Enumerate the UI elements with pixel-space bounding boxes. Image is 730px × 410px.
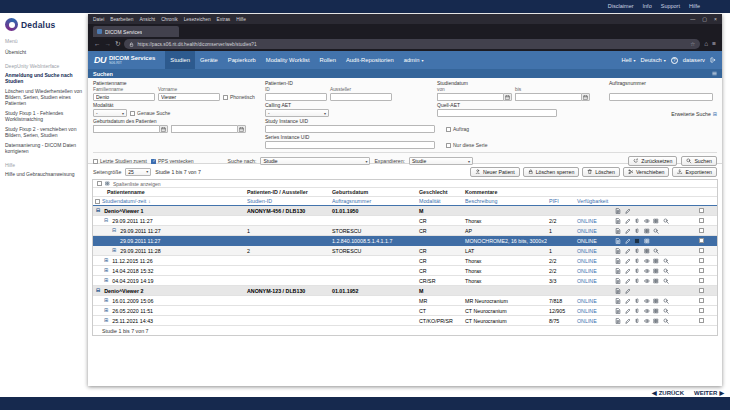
collapse-icon[interactable]: ⊟ — [96, 208, 100, 213]
latest-first-checkbox[interactable] — [93, 159, 98, 164]
row-checkbox[interactable] — [699, 218, 704, 223]
sidebar-item-anmeldung-und-suche-nach-studi[interactable]: Anmeldung und Suche nach Studien — [5, 70, 84, 86]
subheader-description[interactable]: Beschreibung — [463, 197, 547, 205]
user-menu[interactable]: dataserv — [683, 57, 705, 63]
expand-icon[interactable]: ⊞ — [112, 248, 116, 253]
column-toggle-row[interactable]: Spaltenliste anzeigen — [93, 180, 717, 188]
expand-icon[interactable]: ⊞ — [104, 318, 108, 323]
row-checkbox[interactable] — [699, 238, 704, 243]
eye-icon[interactable] — [644, 298, 650, 304]
clip-icon[interactable] — [634, 218, 640, 224]
doc-icon[interactable] — [615, 278, 621, 284]
calling-aet-select[interactable]: -▾ — [265, 109, 329, 117]
exact-search-checkbox[interactable] — [130, 111, 135, 116]
dedalus-brand[interactable]: Dedalus — [5, 18, 84, 31]
row-checkbox[interactable] — [699, 298, 704, 303]
calendar-button[interactable] — [159, 125, 168, 133]
only-series-checkbox[interactable] — [446, 143, 451, 148]
expand-icon[interactable]: ⊞ — [104, 258, 108, 263]
edit-icon[interactable] — [625, 318, 631, 324]
select-all-checkbox[interactable] — [97, 181, 102, 186]
clip-icon[interactable] — [634, 318, 640, 324]
expand-icon[interactable]: ⊞ — [104, 308, 108, 313]
top-link-info[interactable]: Info — [643, 3, 652, 9]
availability-link[interactable]: ONLINE — [577, 248, 597, 254]
clip-icon[interactable] — [634, 228, 640, 234]
grid-icon[interactable] — [653, 268, 659, 274]
doc-icon[interactable] — [615, 228, 621, 234]
collapse-icon[interactable]: ⊟ — [112, 228, 116, 233]
edit-icon[interactable] — [625, 308, 631, 314]
app-menu-icon[interactable]: ≡ — [712, 41, 716, 48]
grid-icon[interactable] — [653, 308, 659, 314]
sidebar-item-bersicht[interactable]: Übersicht — [5, 47, 84, 57]
nav-audit-repositorien[interactable]: Audit-Repositorien — [341, 51, 399, 69]
browser-menu-extras[interactable]: Extras — [217, 17, 231, 22]
patient-row[interactable]: ⊟Denio^Viewer 2ANONYM-123 / DLB13001.01.… — [93, 286, 717, 296]
browser-menu-chronik[interactable]: Chronik — [161, 17, 178, 22]
edit-icon[interactable] — [625, 268, 631, 274]
study-row[interactable]: ⊞04.04.2019 14:19CR/SRThorax3/3ONLINE — [93, 276, 717, 286]
edit-icon[interactable] — [625, 298, 631, 304]
sidebar-item-datensanierung-dicom-daten-kor[interactable]: Datensanierung - DICOM Daten korrigieren — [5, 140, 84, 156]
grid-icon[interactable] — [644, 238, 650, 244]
search-icon[interactable] — [663, 218, 669, 224]
availability-link[interactable]: ONLINE — [577, 298, 597, 304]
edit-icon[interactable] — [625, 238, 631, 244]
sort-icon[interactable]: ↕ — [148, 199, 150, 204]
minimize-button[interactable]: — — [690, 16, 695, 22]
top-link-hilfe[interactable]: Hilfe — [689, 3, 700, 9]
clip-icon[interactable] — [634, 258, 640, 264]
availability-link[interactable]: ONLINE — [577, 308, 597, 314]
sidebar-item-study-fixup-2-verschieben-von-[interactable]: Study Fixup 2 - verschieben von Bildern,… — [5, 124, 84, 140]
doc-icon[interactable] — [615, 298, 621, 304]
eye-icon[interactable] — [644, 318, 650, 324]
series-row[interactable]: ⊞29.09.2011 11:282STORESCUCRLAT1ONLINE — [93, 246, 717, 256]
nav-ger-te[interactable]: Geräte — [195, 51, 223, 69]
order-checkbox[interactable] — [446, 127, 451, 132]
edit-icon[interactable] — [625, 288, 631, 294]
row-checkbox[interactable] — [699, 318, 704, 323]
availability-link[interactable]: ONLINE — [577, 278, 597, 284]
search-icon[interactable] — [663, 278, 669, 284]
collapse-icon[interactable]: ⊟ — [104, 218, 108, 223]
browser-menu-bearbeiten[interactable]: Bearbeiten — [110, 17, 133, 22]
study-row[interactable]: ⊞26.05.2020 11:51CTCT Neurocranium12/905… — [93, 306, 717, 316]
browser-menu-ansicht[interactable]: Ansicht — [139, 17, 155, 22]
study-date-from-input[interactable] — [437, 93, 503, 101]
edit-icon[interactable] — [625, 218, 631, 224]
doc-icon[interactable] — [615, 318, 621, 324]
patient-row[interactable]: ⊟Denio^Viewer 1ANONYM-456 / DLB13001.01.… — [93, 206, 717, 216]
header-accession[interactable]: Geburtsdatum — [330, 188, 417, 196]
grid-icon[interactable] — [644, 228, 650, 234]
nav-studien[interactable]: Studien — [165, 51, 195, 69]
top-link-support[interactable]: Support — [661, 3, 680, 9]
search-icon[interactable] — [653, 248, 659, 254]
url-input[interactable]: https://pacs.s06.rit.dit.health/dicomser… — [124, 39, 700, 49]
l-schen-sperren-button[interactable]: Löschen sperren — [523, 167, 580, 177]
doc-icon[interactable] — [615, 238, 621, 244]
row-checkbox[interactable] — [699, 258, 704, 263]
expand-icon[interactable]: ⊞ — [104, 298, 108, 303]
browser-menu-hilfe[interactable]: Hilfe — [236, 17, 246, 22]
search-icon[interactable] — [663, 268, 669, 274]
birth-date-to-input[interactable] — [171, 125, 237, 133]
issuer-input[interactable] — [330, 93, 392, 101]
family-name-input[interactable] — [93, 93, 155, 101]
reset-button[interactable]: Zurücksetzen — [628, 156, 677, 166]
edit-icon[interactable] — [625, 228, 631, 234]
calendar-button[interactable] — [581, 93, 590, 101]
subheader-id-issuer[interactable]: Studien-ID — [245, 197, 330, 205]
availability-link[interactable]: ONLINE — [577, 218, 597, 224]
row-checkbox[interactable] — [699, 228, 704, 233]
clip-icon[interactable] — [634, 308, 640, 314]
logout-icon[interactable] — [710, 57, 716, 63]
doc-icon[interactable] — [615, 288, 621, 294]
verschieben-button[interactable]: Verschieben — [623, 167, 670, 177]
l-schen-button[interactable]: Löschen — [582, 167, 620, 177]
sidebar-item-hilfe-und-gebrauchsanweisung[interactable]: Hilfe und Gebrauchsanweisung — [5, 169, 84, 179]
birth-date-from-input[interactable] — [93, 125, 159, 133]
edit-icon[interactable] — [625, 258, 631, 264]
nav-papierkorb[interactable]: Papierkorb — [223, 51, 261, 69]
eye-icon[interactable] — [644, 218, 650, 224]
